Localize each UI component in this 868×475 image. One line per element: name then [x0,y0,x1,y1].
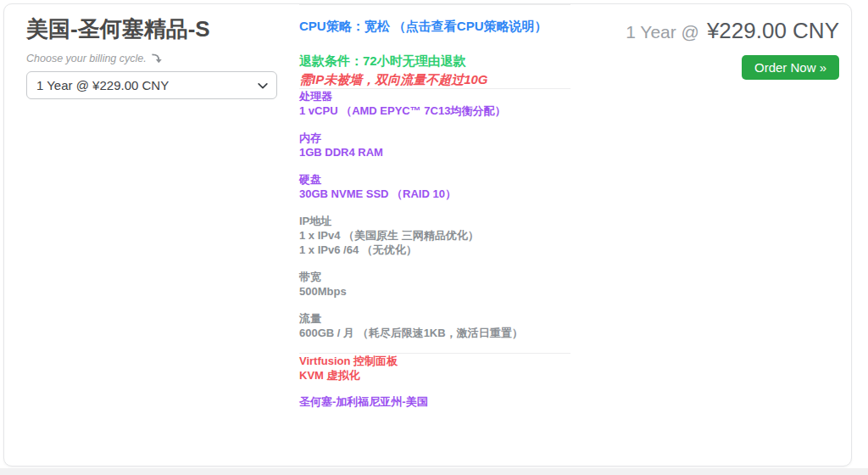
divider [299,4,570,5]
spec-label: 硬盘 [299,172,570,187]
spec-value: 30GB NVME SSD （RAID 10） [299,187,570,201]
billing-cycle-select-wrap: 1 Year @ ¥229.00 CNY [26,71,277,99]
price-line: 1 Year @ ¥229.00 CNY [626,18,839,44]
product-title: 美国-圣何塞精品-S [26,16,281,42]
virtualization-text: KVM 虚拟化 [299,368,570,383]
spec-label: 流量 [299,311,570,326]
order-now-button[interactable]: Order Now » [742,55,839,80]
spec-value: 500Mbps [299,284,570,299]
platform-info: Virtfusion 控制面板 KVM 虚拟化 [299,354,570,383]
refund-policy-text: 退款条件：72小时无理由退款 [299,52,570,70]
price-term: 1 Year @ [626,22,699,42]
datacenter-location-text: 圣何塞-加利福尼亚州-美国 [299,394,570,409]
billing-cycle-hint: Choose your billing cycle. [26,53,281,64]
spec-value: 1 vCPU （AMD EPYC™ 7C13均衡分配） [299,103,570,118]
spec-value: 1GB DDR4 RAM [299,145,570,159]
spec-group-ip: IP地址 1 x IPv4 （美国原生 三网精品优化） 1 x IPv6 /64… [299,214,570,257]
control-panel-text: Virtfusion 控制面板 [299,354,570,368]
product-details: CPU策略：宽松 （点击查看CPU策略说明） 退款条件：72小时无理由退款 需I… [299,4,570,409]
page-background-strip [0,468,868,475]
billing-cycle-hint-text: Choose your billing cycle. [26,53,147,64]
spec-label: IP地址 [299,214,570,228]
spec-value: 600GB / 月 （耗尽后限速1KB，激活日重置） [299,326,570,340]
spec-group-disk: 硬盘 30GB NVME SSD （RAID 10） [299,172,570,201]
spec-value: 1 x IPv6 /64 （无优化） [299,243,570,257]
spec-group-traffic: 流量 600GB / 月 （耗尽后限速1KB，激活日重置） [299,311,570,340]
spec-label: 处理器 [299,89,570,103]
spec-label: 带宽 [299,270,570,284]
product-header: 美国-圣何塞精品-S Choose your billing cycle. 1 … [26,16,281,99]
cpu-policy-link[interactable]: CPU策略：宽松 （点击查看CPU策略说明） [299,18,570,35]
spec-group-memory: 内存 1GB DDR4 RAM [299,131,570,159]
price-amount: ¥229.00 CNY [707,18,839,44]
billing-cycle-select[interactable]: 1 Year @ ¥229.00 CNY [26,71,277,99]
spec-group-cpu: 处理器 1 vCPU （AMD EPYC™ 7C13均衡分配） [299,89,570,118]
refund-condition-text: 需IP未被墙，双向流量不超过10G [299,70,570,88]
order-summary: 1 Year @ ¥229.00 CNY Order Now » [626,18,839,80]
product-card: 美国-圣何塞精品-S Choose your billing cycle. 1 … [3,3,852,467]
spec-group-bandwidth: 带宽 500Mbps [299,270,570,299]
spec-value: 1 x IPv4 （美国原生 三网精品优化） [299,228,570,243]
curved-down-arrow-icon [151,53,162,64]
spec-label: 内存 [299,131,570,145]
